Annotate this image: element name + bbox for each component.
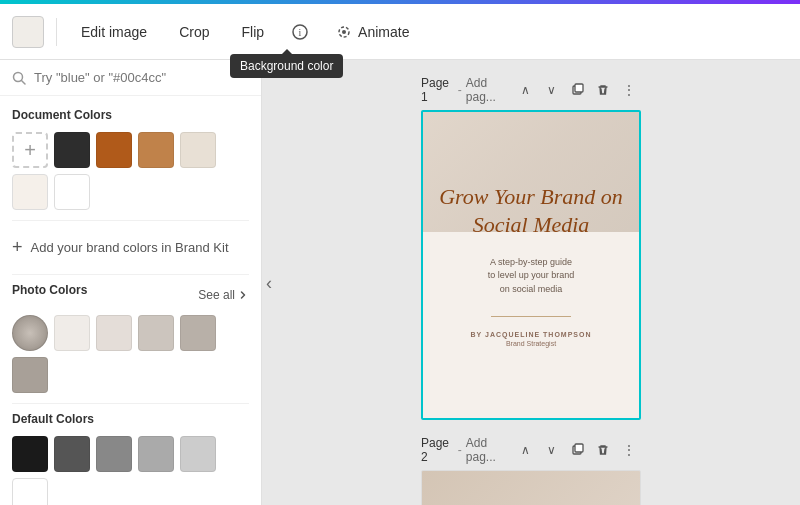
- page-1-down-btn[interactable]: ∨: [539, 78, 563, 102]
- tooltip-text: Background color: [240, 59, 333, 73]
- add-brand-label: Add your brand colors in Brand Kit: [31, 240, 229, 255]
- photo-color-circle[interactable]: [12, 315, 48, 351]
- copy-icon: [570, 83, 584, 97]
- photo-color-2[interactable]: [96, 315, 132, 351]
- page-2-label: Page 2: [421, 436, 454, 464]
- default-colors-section: Default Colors: [12, 412, 249, 505]
- photo-color-4[interactable]: [180, 315, 216, 351]
- page-2-header: Page 2 - Add pag... ∧ ∨: [421, 436, 641, 464]
- animate-button[interactable]: Animate: [324, 18, 421, 46]
- page-2-canvas[interactable]: [421, 470, 641, 505]
- page-2-delete-btn[interactable]: [591, 438, 615, 462]
- crop-button[interactable]: Crop: [167, 18, 221, 46]
- page-2-label-group: Page 2 - Add pag...: [421, 436, 513, 464]
- svg-rect-9: [575, 444, 583, 452]
- doc-color-off-white[interactable]: [12, 174, 48, 210]
- photo-colors-title: Photo Colors: [12, 283, 87, 297]
- see-all-link[interactable]: See all: [198, 288, 249, 302]
- default-colors-title: Default Colors: [12, 412, 249, 426]
- def-color-mid-gray[interactable]: [96, 436, 132, 472]
- photo-colors-grid: [12, 315, 249, 393]
- page-2-more-btn[interactable]: ⋮: [617, 438, 641, 462]
- page-2-up-btn[interactable]: ∧: [513, 438, 537, 462]
- search-bar: [0, 60, 261, 96]
- scroll-left-arrow[interactable]: ‹: [266, 272, 272, 293]
- doc-color-white[interactable]: [54, 174, 90, 210]
- search-icon: [12, 71, 26, 85]
- page-2-copy-btn[interactable]: [565, 438, 589, 462]
- trash-icon-2: [596, 443, 610, 457]
- svg-line-5: [22, 80, 26, 84]
- photo-color-1[interactable]: [54, 315, 90, 351]
- add-color-button[interactable]: +: [12, 132, 48, 168]
- page-divider-line: [491, 316, 571, 317]
- page-1-more-btn[interactable]: ⋮: [617, 78, 641, 102]
- toolbar-divider: [56, 18, 57, 46]
- page-1-canvas[interactable]: Grow Your Brand on Social Media A step-b…: [421, 110, 641, 420]
- chevron-right-icon: [237, 289, 249, 301]
- document-colors-grid: +: [12, 132, 249, 210]
- page-1-header: Page 1 - Add pag... ∧ ∨: [421, 76, 641, 104]
- copy-icon-2: [570, 443, 584, 457]
- doc-color-light-brown[interactable]: [138, 132, 174, 168]
- section-divider-2: [12, 274, 249, 275]
- document-colors-section: Document Colors +: [12, 108, 249, 210]
- page-main-title: Grow Your Brand on Social Media: [439, 183, 623, 240]
- svg-rect-7: [575, 84, 583, 92]
- def-color-lighter-gray[interactable]: [180, 436, 216, 472]
- document-colors-title: Document Colors: [12, 108, 249, 122]
- flip-button[interactable]: Flip: [230, 18, 277, 46]
- page-2-container: Page 2 - Add pag... ∧ ∨: [421, 436, 641, 505]
- page-1-copy-btn[interactable]: [565, 78, 589, 102]
- section-divider-3: [12, 403, 249, 404]
- def-color-dark-gray[interactable]: [54, 436, 90, 472]
- page-1-content: Grow Your Brand on Social Media A step-b…: [423, 163, 639, 368]
- doc-color-cream[interactable]: [180, 132, 216, 168]
- default-colors-row-1: [12, 436, 249, 505]
- page-1-delete-btn[interactable]: [591, 78, 615, 102]
- background-color-tooltip: Background color: [230, 54, 343, 78]
- def-color-white[interactable]: [12, 478, 48, 505]
- page-1-label: Page 1: [421, 76, 454, 104]
- svg-text:i: i: [299, 27, 302, 38]
- page-1-up-btn[interactable]: ∧: [513, 78, 537, 102]
- photo-color-5[interactable]: [12, 357, 48, 393]
- add-brand-icon: +: [12, 237, 23, 258]
- section-divider-1: [12, 220, 249, 221]
- left-panel: Document Colors + + Add your brand color…: [0, 60, 262, 505]
- toolbar: Edit image Crop Flip i Animate Backgroun…: [0, 4, 800, 60]
- info-button[interactable]: i: [284, 16, 316, 48]
- background-color-preview[interactable]: [12, 16, 44, 48]
- edit-image-button[interactable]: Edit image: [69, 18, 159, 46]
- page-subtitle: A step-by-step guideto level up your bra…: [439, 256, 623, 297]
- page-1-container: Page 1 - Add pag... ∧ ∨: [421, 76, 641, 420]
- see-all-text: See all: [198, 288, 235, 302]
- def-color-light-gray[interactable]: [138, 436, 174, 472]
- doc-color-dark[interactable]: [54, 132, 90, 168]
- add-brand-colors-row[interactable]: + Add your brand colors in Brand Kit: [12, 229, 249, 266]
- animate-icon: [336, 24, 352, 40]
- page-2-down-btn[interactable]: ∨: [539, 438, 563, 462]
- page-1-label-group: Page 1 - Add pag...: [421, 76, 513, 104]
- canvas-area: ‹ Page 1 - Add pag... ∧ ∨: [262, 60, 800, 505]
- page-2-controls: ∧ ∨ ⋮: [513, 438, 641, 462]
- main-layout: Document Colors + + Add your brand color…: [0, 60, 800, 505]
- page-2-add-link[interactable]: Add pag...: [466, 436, 513, 464]
- page-1-add-link[interactable]: Add pag...: [466, 76, 513, 104]
- svg-point-3: [342, 30, 346, 34]
- page-1-controls: ∧ ∨ ⋮: [513, 78, 641, 102]
- photo-color-3[interactable]: [138, 315, 174, 351]
- def-color-black[interactable]: [12, 436, 48, 472]
- photo-colors-header: Photo Colors See all: [12, 283, 249, 307]
- photo-colors-section: Photo Colors See all: [12, 283, 249, 393]
- page-role: Brand Strategist: [439, 340, 623, 347]
- panel-content: Document Colors + + Add your brand color…: [0, 96, 261, 505]
- doc-color-orange-brown[interactable]: [96, 132, 132, 168]
- search-input[interactable]: [34, 70, 249, 85]
- page-author: BY JACQUELINE THOMPSON: [439, 331, 623, 338]
- animate-label: Animate: [358, 24, 409, 40]
- trash-icon: [596, 83, 610, 97]
